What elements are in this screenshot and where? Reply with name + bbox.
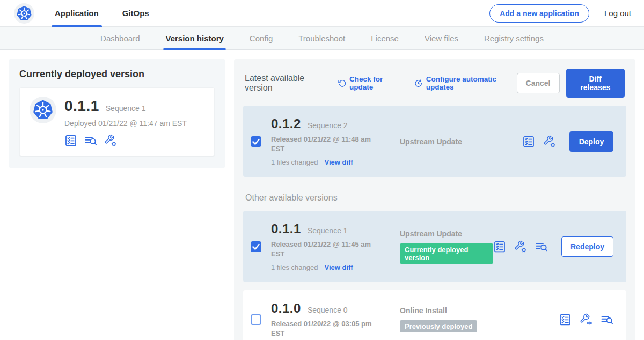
config-wrench-gear-icon[interactable] (514, 240, 527, 253)
version-row-0-1-1: 0.1.1 Sequence 1 Released 01/21/22 @ 11:… (243, 211, 626, 282)
subnav-registry-settings[interactable]: Registry settings (484, 27, 544, 49)
app-logo-icon (30, 97, 56, 123)
version-row-0-1-2: 0.1.2 Sequence 2 Released 01/21/22 @ 11:… (243, 106, 626, 177)
deployed-timestamp: Deployed 01/21/22 @ 11:47 am EST (64, 119, 187, 128)
top-nav: Application GitOps Add a new application… (0, 0, 644, 27)
other-versions-title: Other available versions (245, 193, 624, 203)
version-history-panel: Latest available version Check for updat… (234, 59, 635, 340)
release-diff-search-icon[interactable] (535, 240, 548, 253)
version-source-label: Upstream Update (400, 137, 522, 146)
configure-automatic-updates-link[interactable]: Configure automatic updates (414, 75, 516, 91)
deploy-button[interactable]: Deploy (569, 131, 613, 152)
subnav-troubleshoot[interactable]: Troubleshoot (298, 27, 345, 49)
logout-button[interactable]: Log out (604, 9, 631, 18)
subnav-dashboard[interactable]: Dashboard (100, 27, 140, 49)
sequence-label: Sequence 1 (308, 226, 348, 235)
version-source-label: Online Install (400, 306, 559, 315)
deployed-version-card: 0.1.1 Sequence 1 Deployed 01/21/22 @ 11:… (19, 87, 215, 156)
previously-deployed-badge: Previously deployed (400, 320, 477, 332)
deployed-version-number: 0.1.1 (64, 98, 99, 115)
currently-deployed-panel: Currently deployed version 0.1.1 Sequenc… (9, 59, 225, 168)
checklist-icon[interactable] (522, 135, 535, 148)
config-wrench-eye-icon[interactable] (580, 313, 592, 326)
config-wrench-gear-icon[interactable] (104, 134, 117, 147)
subnav-license[interactable]: License (371, 27, 399, 49)
top-nav-tabs: Application GitOps (55, 0, 149, 27)
version-number: 0.1.0 (271, 301, 301, 316)
version-number: 0.1.2 (271, 116, 301, 131)
latest-available-title: Latest available version (245, 73, 326, 93)
subnav-view-files[interactable]: View files (425, 27, 458, 49)
currently-deployed-title: Currently deployed version (19, 69, 215, 80)
redeploy-button[interactable]: Redeploy (561, 236, 613, 257)
released-timestamp: Released 01/21/22 @ 11:48 am EST (271, 135, 376, 153)
release-diff-search-icon[interactable] (601, 313, 613, 326)
deployed-sequence-label: Sequence 1 (106, 104, 146, 113)
files-changed-label: 1 files changed (271, 263, 318, 271)
release-diff-search-icon[interactable] (84, 134, 97, 147)
cancel-button[interactable]: Cancel (517, 73, 560, 93)
released-timestamp: Released 01/20/22 @ 03:05 pm EST (271, 319, 376, 338)
config-wrench-gear-icon[interactable] (543, 135, 556, 148)
version-row-0-1-0: 0.1.0 Sequence 0 Released 01/20/22 @ 03:… (243, 290, 626, 340)
currently-deployed-badge: Currently deployed version (400, 243, 493, 264)
diff-releases-button[interactable]: Diff releases (566, 69, 625, 98)
add-new-application-button[interactable]: Add a new application (489, 4, 589, 23)
check-for-update-link[interactable]: Check for update (338, 75, 403, 91)
version-checkbox[interactable] (251, 241, 261, 252)
checklist-icon[interactable] (64, 134, 77, 147)
subnav-version-history[interactable]: Version history (165, 27, 223, 49)
sequence-label: Sequence 0 (308, 306, 348, 314)
version-number: 0.1.1 (271, 221, 301, 236)
view-diff-link[interactable]: View diff (324, 263, 353, 271)
kubernetes-logo-icon (14, 3, 34, 24)
version-checkbox[interactable] (251, 136, 261, 147)
view-diff-link[interactable]: View diff (324, 158, 353, 166)
refresh-icon (338, 79, 346, 88)
tab-gitops[interactable]: GitOps (122, 0, 149, 27)
version-source-label: Upstream Update (400, 230, 493, 238)
files-changed-label: 1 files changed (271, 158, 318, 166)
version-checkbox[interactable] (251, 314, 261, 325)
tab-application[interactable]: Application (55, 0, 99, 27)
released-timestamp: Released 01/21/22 @ 11:45 am EST (271, 240, 376, 258)
sequence-label: Sequence 2 (308, 121, 348, 130)
subnav-config[interactable]: Config (250, 27, 273, 49)
checklist-icon[interactable] (493, 240, 506, 253)
checklist-icon[interactable] (559, 313, 572, 326)
clock-refresh-icon (414, 79, 422, 88)
app-sub-nav: Dashboard Version history Config Trouble… (0, 27, 644, 50)
